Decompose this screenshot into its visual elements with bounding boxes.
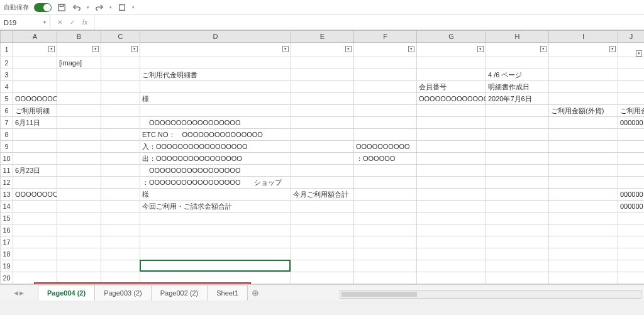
- cell[interactable]: [549, 213, 618, 224]
- cell[interactable]: [354, 260, 417, 272]
- cell[interactable]: [57, 129, 101, 141]
- row-header[interactable]: 12: [1, 177, 13, 189]
- filter-dropdown-icon[interactable]: ▾: [636, 50, 642, 57]
- cell[interactable]: [354, 189, 417, 201]
- cell[interactable]: [354, 224, 417, 236]
- cell[interactable]: [549, 177, 618, 189]
- cell[interactable]: [101, 224, 140, 236]
- row-header[interactable]: 13: [1, 189, 13, 201]
- cell[interactable]: [618, 93, 645, 105]
- cell[interactable]: [13, 57, 57, 69]
- cell[interactable]: [101, 189, 140, 201]
- fx-icon[interactable]: fx: [80, 18, 89, 27]
- cell[interactable]: [354, 213, 417, 224]
- cell[interactable]: [101, 213, 140, 224]
- filter-dropdown-icon[interactable]: ▾: [408, 46, 414, 52]
- column-header[interactable]: F: [354, 31, 417, 43]
- cell[interactable]: [618, 153, 645, 165]
- cell[interactable]: [417, 189, 486, 201]
- cell[interactable]: [549, 201, 618, 213]
- cell[interactable]: [13, 213, 57, 224]
- table-column-header[interactable]: Column8▾: [486, 43, 549, 57]
- cell[interactable]: [57, 165, 101, 177]
- worksheet-grid[interactable]: ABCDEFGHIJ1Column1▾Column2▾Column3▾Colum…: [0, 30, 644, 284]
- cell[interactable]: [291, 69, 354, 81]
- cell[interactable]: [101, 248, 140, 260]
- cell[interactable]: [618, 248, 645, 260]
- cell[interactable]: 出：OOOOOOOOOOOOOOOO: [140, 153, 291, 165]
- cell[interactable]: 今月ご利用額合計: [291, 189, 354, 201]
- cell[interactable]: OOOOOOOOOOOOOOOOO: [13, 189, 57, 201]
- cell[interactable]: [57, 117, 101, 129]
- cell[interactable]: 入：OOOOOOOOOOOOOOOOO: [140, 141, 291, 153]
- cell[interactable]: ETC NO： OOOOOOOOOOOOOOO: [140, 129, 291, 141]
- cell[interactable]: [549, 57, 618, 69]
- row-header[interactable]: 10: [1, 153, 13, 165]
- accept-formula-icon[interactable]: ✓: [68, 18, 77, 27]
- cell[interactable]: [549, 93, 618, 105]
- cell[interactable]: [354, 201, 417, 213]
- cell[interactable]: [354, 81, 417, 93]
- cell[interactable]: [354, 248, 417, 260]
- formula-input[interactable]: [95, 15, 644, 30]
- cell[interactable]: [101, 201, 140, 213]
- cell[interactable]: 様: [140, 93, 291, 105]
- cell[interactable]: 今回ご利用・ご請求金額合計: [140, 201, 291, 213]
- row-header[interactable]: 1: [1, 43, 13, 57]
- cell[interactable]: [291, 213, 354, 224]
- cell[interactable]: [486, 189, 549, 201]
- cell[interactable]: [13, 236, 57, 248]
- cell[interactable]: [486, 153, 549, 165]
- cell[interactable]: OOOOOOOOOOOOOOOOO: [140, 165, 291, 177]
- cell[interactable]: [486, 260, 549, 272]
- cell[interactable]: [549, 236, 618, 248]
- cell[interactable]: ：OOOOOO: [354, 153, 417, 165]
- table-column-header[interactable]: Column2▾: [57, 43, 101, 57]
- cell[interactable]: [13, 153, 57, 165]
- cell[interactable]: [140, 213, 291, 224]
- cell[interactable]: [140, 260, 291, 272]
- cell[interactable]: [549, 224, 618, 236]
- column-header[interactable]: C: [101, 31, 140, 43]
- cell[interactable]: [57, 93, 101, 105]
- filter-dropdown-icon[interactable]: ▾: [131, 46, 138, 52]
- cell[interactable]: [57, 105, 101, 117]
- cell[interactable]: [417, 260, 486, 272]
- redo-dropdown-icon[interactable]: ▾: [109, 5, 112, 10]
- cell[interactable]: 000000: [618, 201, 645, 213]
- cell[interactable]: [140, 105, 291, 117]
- tab-nav[interactable]: ◀ ▶: [0, 285, 38, 301]
- cell[interactable]: [291, 272, 354, 284]
- cell[interactable]: [486, 57, 549, 69]
- cell[interactable]: [354, 93, 417, 105]
- cell[interactable]: [417, 153, 486, 165]
- row-header[interactable]: 6: [1, 105, 13, 117]
- cell[interactable]: [618, 224, 645, 236]
- cell[interactable]: [417, 236, 486, 248]
- filter-dropdown-icon[interactable]: ▾: [48, 46, 55, 52]
- new-sheet-button[interactable]: ⊕: [247, 285, 264, 301]
- column-header[interactable]: J: [618, 31, 645, 43]
- cell[interactable]: [101, 165, 140, 177]
- cell[interactable]: [354, 57, 417, 69]
- sheet-tab[interactable]: Page004 (2): [38, 285, 95, 301]
- select-all-corner[interactable]: [1, 31, 13, 43]
- qat-customize-icon[interactable]: ▾: [132, 5, 135, 10]
- cell[interactable]: [618, 177, 645, 189]
- cell[interactable]: ご利用金: [618, 105, 645, 117]
- cell[interactable]: [291, 248, 354, 260]
- cell[interactable]: [101, 117, 140, 129]
- cell[interactable]: [486, 129, 549, 141]
- cell[interactable]: [13, 260, 57, 272]
- row-header[interactable]: 15: [1, 213, 13, 224]
- cell[interactable]: [101, 177, 140, 189]
- cell[interactable]: [140, 224, 291, 236]
- cell[interactable]: [291, 153, 354, 165]
- cell[interactable]: [57, 260, 101, 272]
- cell[interactable]: 2020年7月6日: [486, 93, 549, 105]
- cell[interactable]: [57, 141, 101, 153]
- cell[interactable]: [417, 201, 486, 213]
- cell[interactable]: [417, 213, 486, 224]
- column-header[interactable]: D: [140, 31, 291, 43]
- column-header[interactable]: B: [57, 31, 101, 43]
